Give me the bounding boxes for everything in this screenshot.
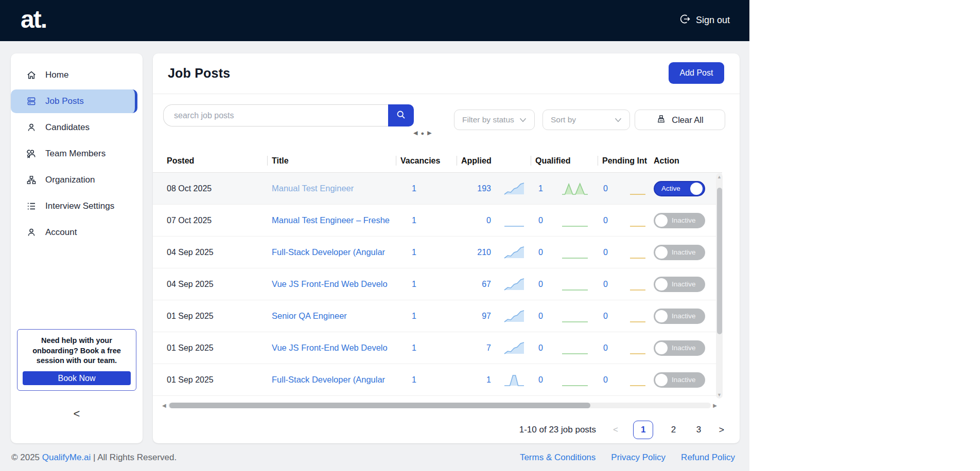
sidebar-collapse-button[interactable]: < [11,407,143,421]
pagination-page-3[interactable]: 3 [693,425,704,435]
pagination-page-2[interactable]: 2 [668,425,678,435]
carousel-dot-icon[interactable]: ● [421,130,424,136]
vacancies-value: 1 [400,375,461,385]
copyright-prefix: © 2025 [11,452,40,462]
posted-date: 04 Sep 2025 [167,248,272,257]
status-toggle[interactable]: Inactive [654,245,705,260]
sidebar-item-organization[interactable]: Organization [11,168,137,192]
sidebar-item-team-members[interactable]: Team Members [11,142,137,166]
search-button[interactable] [388,104,414,126]
horizontal-scroll-track[interactable] [168,403,711,408]
table-horizontal-scrollbar[interactable]: ◀ ▶ [160,401,719,409]
search-input[interactable] [163,104,388,126]
toggle-label: Inactive [672,280,696,288]
job-title-cell: Vue JS Front-End Web Develo [272,343,400,353]
green-sparkline [561,213,589,228]
scroll-up-icon[interactable]: ▲ [716,174,723,179]
vertical-scroll-thumb[interactable] [717,188,722,334]
sign-out-label: Sign out [696,15,730,26]
sidebar-item-label: Organization [45,175,95,185]
toggle-knob [655,246,668,259]
status-toggle[interactable]: Inactive [654,372,705,388]
add-post-button[interactable]: Add Post [669,62,724,84]
brand-link[interactable]: QualifyMe.ai [42,452,91,462]
status-toggle[interactable]: Inactive [654,340,705,356]
table-body: 08 Oct 2025Manual Test Engineer119310Act… [153,173,722,396]
onboarding-help-box: Need help with your onboarding? Book a f… [17,329,136,391]
team-members-icon [26,149,37,159]
action-cell: Inactive [654,277,715,292]
sidebar-item-interview-settings[interactable]: Interview Settings [11,194,137,218]
pending-interviews-cell: 0 [602,182,654,196]
job-title-link[interactable]: Manual Test Engineer – Freshe [272,215,395,225]
pagination-prev-button[interactable]: < [613,425,618,435]
column-header-qualified: Qualified [535,149,602,172]
applied-value: 7 [461,343,491,353]
chevron-down-icon [615,115,622,124]
scroll-left-icon[interactable]: ◀ [160,403,168,408]
toggle-label: Inactive [672,312,696,320]
job-title-link[interactable]: Full-Stack Developer (Angular [272,375,395,385]
action-cell: Active [654,181,715,196]
applied-cell: 1 [461,373,535,387]
job-title-link[interactable]: Manual Test Engineer [272,184,395,193]
green-sparkline [561,309,589,323]
action-cell: Inactive [654,245,715,260]
action-cell: Inactive [654,309,715,324]
sort-by-dropdown[interactable]: Sort by [542,110,630,130]
scroll-down-icon[interactable]: ▼ [716,392,723,397]
action-cell: Inactive [654,372,715,388]
carousel-next-icon[interactable]: ▶ [427,130,431,136]
pagination-pages: 123 [633,421,704,439]
applied-value: 97 [461,312,491,321]
sign-out-icon [679,13,691,27]
status-toggle[interactable]: Inactive [654,213,705,228]
job-title-link[interactable]: Vue JS Front-End Web Develo [272,343,395,353]
qualified-value: 1 [535,184,548,193]
copyright-text: © 2025 QualifyMe.ai | All Rights Reserve… [11,452,177,463]
pagination-next-button[interactable]: > [719,425,724,436]
sign-out-button[interactable]: Sign out [679,13,730,27]
onboarding-help-text: Need help with your onboarding? Book a f… [23,336,131,366]
sidebar-item-job-posts[interactable]: Job Posts [11,89,137,113]
sidebar-item-account[interactable]: Account [11,221,137,244]
column-header-action: Action [654,149,715,172]
vacancies-value: 1 [400,216,461,225]
pending-value: 0 [602,248,612,257]
book-now-button[interactable]: Book Now [23,371,131,385]
table-vertical-scrollbar[interactable]: ▲ ▼ [716,173,723,398]
search-resize-control: ◀ ● ▶ [413,130,432,136]
status-toggle[interactable]: Inactive [654,277,705,292]
toggle-label: Active [661,185,680,192]
job-title-link[interactable]: Vue JS Front-End Web Develo [272,279,395,289]
pagination-page-1[interactable]: 1 [633,421,653,439]
job-title-link[interactable]: Full-Stack Developer (Angular [272,247,395,257]
pending-interviews-cell: 0 [602,213,654,228]
status-toggle[interactable]: Active [654,181,705,196]
pending-interviews-cell: 0 [602,277,654,292]
footer-link-refund-policy[interactable]: Refund Policy [681,452,735,463]
sidebar-item-home[interactable]: Home [11,63,137,87]
footer-link-terms-conditions[interactable]: Terms & Conditions [520,452,596,463]
carousel-prev-icon[interactable]: ◀ [413,130,417,136]
clear-filters-icon [656,114,666,126]
applied-cell: 0 [461,213,535,228]
qualified-cell: 0 [535,213,602,228]
status-toggle[interactable]: Inactive [654,309,705,324]
horizontal-scroll-thumb[interactable] [169,403,590,408]
amber-sparkline [629,245,646,260]
job-title-link[interactable]: Senior QA Engineer [272,311,395,321]
organization-icon [26,175,37,185]
filter-by-status-label: Filter by status [462,115,514,124]
sidebar-item-candidates[interactable]: Candidates [11,116,137,139]
search-bar [163,104,414,126]
filter-by-status-dropdown[interactable]: Filter by status [454,110,535,130]
sidebar-nav: HomeJob PostsCandidatesTeam MembersOrgan… [11,53,143,244]
interview-settings-icon [26,201,37,211]
sidebar-item-label: Job Posts [45,96,84,106]
action-cell: Inactive [654,340,715,356]
clear-all-button[interactable]: Clear All [635,110,725,130]
scroll-right-icon[interactable]: ▶ [711,403,719,408]
blue-sparkline [503,245,525,260]
footer-link-privacy-policy[interactable]: Privacy Policy [611,452,666,463]
